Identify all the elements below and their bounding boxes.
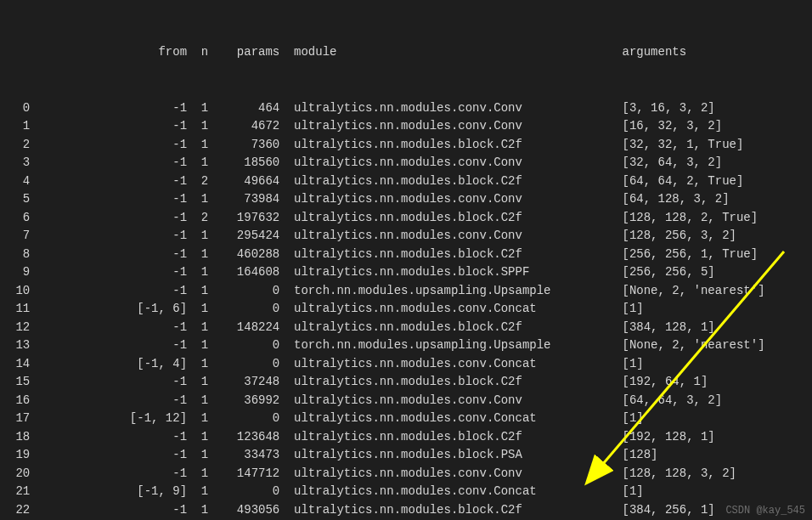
table-header: from n params module arguments xyxy=(8,43,804,62)
table-row: 5 -1 1 73984 ultralytics.nn.modules.conv… xyxy=(8,190,804,209)
table-row: 7 -1 1 295424 ultralytics.nn.modules.con… xyxy=(8,227,804,246)
table-row: 17 [-1, 12] 1 0 ultralytics.nn.modules.c… xyxy=(8,410,804,428)
table-row: 20 -1 1 147712 ultralytics.nn.modules.co… xyxy=(8,465,804,483)
table-row: 19 -1 1 33473 ultralytics.nn.modules.blo… xyxy=(8,446,804,465)
watermark-text: CSDN @kay_545 xyxy=(725,505,805,517)
table-row: 10 -1 1 0 torch.nn.modules.upsampling.Up… xyxy=(8,282,804,301)
table-row: 0 -1 1 464 ultralytics.nn.modules.conv.C… xyxy=(8,99,804,118)
table-row: 3 -1 1 18560 ultralytics.nn.modules.conv… xyxy=(8,154,804,172)
table-row: 8 -1 1 460288 ultralytics.nn.modules.blo… xyxy=(8,246,804,264)
table-row: 2 -1 1 7360 ultralytics.nn.modules.block… xyxy=(8,136,804,155)
table-row: 11 [-1, 6] 1 0 ultralytics.nn.modules.co… xyxy=(8,300,804,319)
table-row: 4 -1 2 49664 ultralytics.nn.modules.bloc… xyxy=(8,172,804,191)
table-row: 21 [-1, 9] 1 0 ultralytics.nn.modules.co… xyxy=(8,483,804,501)
table-row: 16 -1 1 36992 ultralytics.nn.modules.con… xyxy=(8,392,804,410)
table-row: 14 [-1, 4] 1 0 ultralytics.nn.modules.co… xyxy=(8,355,804,374)
table-row: 13 -1 1 0 torch.nn.modules.upsampling.Up… xyxy=(8,336,804,355)
table-row: 1 -1 1 4672 ultralytics.nn.modules.conv.… xyxy=(8,117,804,136)
table-row: 15 -1 1 37248 ultralytics.nn.modules.blo… xyxy=(8,373,804,392)
terminal-output: from n params module arguments 0 -1 1 46… xyxy=(8,7,804,520)
table-row: 18 -1 1 123648 ultralytics.nn.modules.bl… xyxy=(8,428,804,447)
table-row: 22 -1 1 493056 ultralytics.nn.modules.bl… xyxy=(8,501,804,520)
table-row: 12 -1 1 148224 ultralytics.nn.modules.bl… xyxy=(8,319,804,337)
table-row: 6 -1 2 197632 ultralytics.nn.modules.blo… xyxy=(8,209,804,228)
table-row: 9 -1 1 164608 ultralytics.nn.modules.blo… xyxy=(8,263,804,282)
